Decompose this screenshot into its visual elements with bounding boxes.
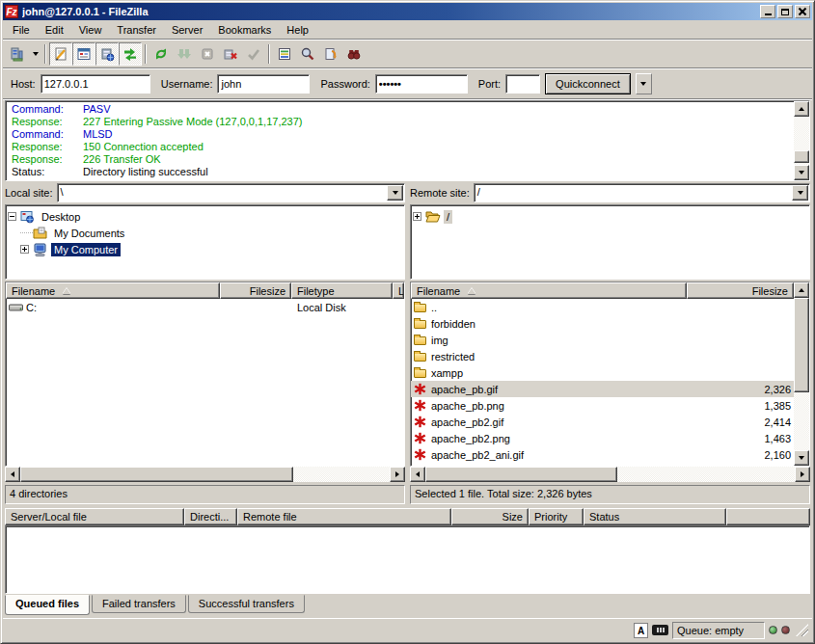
scroll-right-button[interactable] bbox=[795, 467, 810, 482]
desktop-icon bbox=[20, 210, 36, 224]
image-file-icon bbox=[414, 383, 429, 395]
scroll-down-button[interactable] bbox=[794, 165, 809, 180]
remote-file-row[interactable]: .. bbox=[411, 299, 794, 315]
tab-successful-transfers[interactable]: Successful transfers bbox=[188, 595, 305, 613]
remote-file-row[interactable]: apache_pb2.png 1,463 bbox=[411, 430, 794, 446]
column-header-filetype[interactable]: Filetype bbox=[291, 282, 393, 299]
tab-queued-files[interactable]: Queued files bbox=[5, 595, 90, 615]
file-size: 2,414 bbox=[687, 416, 794, 428]
column-header-filesize[interactable]: Filesize bbox=[220, 282, 291, 299]
remote-file-row[interactable]: forbidden bbox=[411, 315, 794, 332]
menu-transfer[interactable]: Transfer bbox=[109, 22, 164, 38]
site-manager-dropdown-button[interactable] bbox=[29, 42, 41, 66]
cancel-button[interactable] bbox=[196, 42, 219, 66]
local-site-dropdown-button[interactable] bbox=[387, 185, 403, 201]
toggle-remote-tree-button[interactable] bbox=[95, 42, 119, 66]
tree-item-label: My Documents bbox=[51, 227, 127, 240]
scrollbar-thumb[interactable] bbox=[794, 298, 809, 392]
toggle-message-log-button[interactable] bbox=[49, 42, 72, 66]
scrollbar-thumb[interactable] bbox=[425, 467, 617, 482]
local-horizontal-scrollbar[interactable] bbox=[5, 467, 405, 482]
column-header-filename[interactable]: Filename bbox=[6, 282, 220, 299]
scroll-left-button[interactable] bbox=[5, 467, 20, 482]
scroll-left-button[interactable] bbox=[410, 467, 425, 482]
column-header-server-local-file[interactable]: Server/Local file bbox=[5, 508, 184, 525]
menu-view[interactable]: View bbox=[71, 22, 110, 38]
remote-site-dropdown-button[interactable] bbox=[792, 185, 808, 201]
tree-item-my-documents[interactable]: My Documents bbox=[8, 225, 402, 241]
reconnect-button[interactable] bbox=[242, 42, 265, 66]
process-queue-button[interactable] bbox=[173, 42, 196, 66]
log-vertical-scrollbar[interactable] bbox=[794, 101, 809, 180]
quickconnect-button[interactable]: Quickconnect bbox=[545, 73, 631, 94]
local-site-label: Local site: bbox=[5, 187, 53, 199]
scrollbar-thumb[interactable] bbox=[20, 467, 293, 482]
disconnect-button[interactable] bbox=[219, 42, 242, 66]
menu-bookmarks[interactable]: Bookmarks bbox=[210, 22, 279, 38]
queue-icon bbox=[122, 46, 138, 62]
sync-browse-button[interactable] bbox=[319, 42, 342, 66]
menu-help[interactable]: Help bbox=[279, 22, 316, 38]
column-header-status[interactable]: Status bbox=[584, 508, 726, 525]
remote-site-combo[interactable]: / bbox=[474, 183, 810, 202]
local-site-combo[interactable]: \ bbox=[57, 183, 405, 202]
quickconnect-dropdown-button[interactable] bbox=[636, 73, 652, 94]
tree-expand-icon[interactable] bbox=[20, 245, 29, 254]
column-header-filesize[interactable]: Filesize bbox=[687, 282, 794, 299]
scrollbar-thumb[interactable] bbox=[794, 150, 809, 163]
tree-item-desktop[interactable]: Desktop bbox=[8, 208, 402, 225]
tree-item-my-computer[interactable]: My Computer bbox=[8, 241, 402, 257]
remote-file-row[interactable]: img bbox=[411, 332, 794, 348]
port-input[interactable] bbox=[505, 74, 540, 94]
tab-failed-transfers[interactable]: Failed transfers bbox=[92, 595, 186, 613]
scroll-up-button[interactable] bbox=[794, 101, 809, 117]
local-file-row[interactable]: C: Local Disk bbox=[6, 299, 404, 315]
column-header-priority[interactable]: Priority bbox=[529, 508, 584, 525]
remote-horizontal-scrollbar[interactable] bbox=[410, 467, 810, 482]
toggle-local-tree-button[interactable] bbox=[72, 42, 95, 66]
menu-bar: File Edit View Transfer Server Bookmarks… bbox=[3, 20, 812, 40]
sync-browse-icon bbox=[323, 46, 339, 62]
minimize-button[interactable] bbox=[760, 5, 775, 18]
host-input[interactable] bbox=[41, 74, 150, 94]
close-button[interactable] bbox=[795, 5, 810, 18]
column-header-lastmodified[interactable]: L bbox=[393, 282, 404, 299]
find-button[interactable] bbox=[342, 42, 366, 66]
tree-collapse-icon[interactable] bbox=[8, 212, 16, 221]
column-header-remote-file[interactable]: Remote file bbox=[237, 508, 451, 525]
tree-item-root[interactable]: / bbox=[413, 208, 807, 225]
filter-button[interactable] bbox=[273, 42, 296, 66]
chevron-down-icon bbox=[798, 191, 803, 195]
menu-file[interactable]: File bbox=[5, 22, 38, 38]
compare-button[interactable] bbox=[296, 42, 319, 66]
speed-limits-icon[interactable] bbox=[652, 625, 668, 635]
site-manager-button[interactable] bbox=[6, 42, 29, 66]
remote-file-row[interactable]: apache_pb2.gif 2,414 bbox=[411, 414, 794, 430]
remote-vertical-scrollbar[interactable] bbox=[794, 282, 809, 466]
scroll-up-button[interactable] bbox=[794, 282, 809, 298]
image-file-icon bbox=[414, 432, 429, 444]
data-type-indicator-icon[interactable]: A bbox=[634, 623, 648, 638]
queue-body[interactable] bbox=[5, 525, 810, 594]
sort-ascending-icon bbox=[63, 288, 70, 294]
column-header-size[interactable]: Size bbox=[451, 508, 529, 525]
maximize-button[interactable] bbox=[777, 5, 793, 18]
column-header-direction[interactable]: Directi... bbox=[184, 508, 237, 525]
remote-file-row-selected[interactable]: apache_pb.gif 2,326 bbox=[411, 381, 794, 397]
username-input[interactable] bbox=[217, 74, 310, 94]
local-site-value: \ bbox=[58, 184, 386, 201]
remote-file-row[interactable]: xampp bbox=[411, 364, 794, 381]
password-input[interactable] bbox=[375, 74, 468, 94]
resize-grip[interactable] bbox=[796, 624, 808, 636]
scroll-down-button[interactable] bbox=[794, 450, 809, 466]
menu-server[interactable]: Server bbox=[164, 22, 210, 38]
remote-file-row[interactable]: apache_pb.png 1,385 bbox=[411, 397, 794, 414]
column-header-filename[interactable]: Filename bbox=[411, 282, 687, 299]
toggle-queue-button[interactable] bbox=[119, 42, 142, 66]
remote-file-row[interactable]: apache_pb2_ani.gif 2,160 bbox=[411, 446, 794, 463]
menu-edit[interactable]: Edit bbox=[38, 22, 71, 38]
scroll-right-button[interactable] bbox=[390, 467, 405, 482]
remote-file-row[interactable]: restricted bbox=[411, 348, 794, 364]
refresh-button[interactable] bbox=[149, 42, 173, 66]
tree-expand-icon[interactable] bbox=[413, 212, 421, 221]
